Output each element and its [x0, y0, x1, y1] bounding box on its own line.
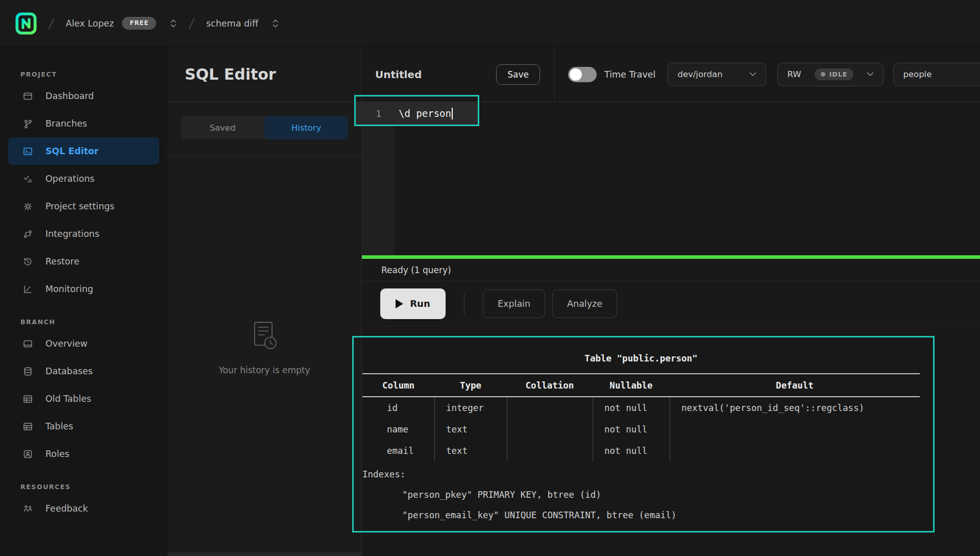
sidebar-item-sql-editor[interactable]: SQL Editor — [8, 137, 159, 165]
tutorial-highlight-code: 1 \d person — [354, 95, 479, 126]
actions-bar: Run Explain Analyze — [362, 281, 980, 326]
project-name[interactable]: schema diff — [206, 18, 258, 29]
explain-button[interactable]: Explain — [483, 289, 545, 318]
query-progress-bar — [362, 255, 980, 259]
result-table-body: id integer not null nextval('person_id_s… — [362, 397, 920, 462]
sidebar-item-label: SQL Editor — [45, 146, 99, 156]
result-table-title: Table "public.person" — [362, 346, 920, 374]
sidebar-item-label: Restore — [45, 256, 79, 267]
editor-header: Untitled Save Time Travel dev/jordan RW … — [362, 47, 980, 102]
sidebar-item-integrations[interactable]: Integrations — [0, 220, 167, 248]
code-text: \d person — [399, 108, 451, 119]
sidebar-item-label: Databases — [45, 366, 93, 376]
cell-default — [670, 419, 920, 440]
cell-collation — [507, 440, 593, 462]
branch-select[interactable]: dev/jordan — [668, 63, 766, 86]
cell-default: nextval('person_id_seq'::regclass) — [670, 397, 920, 419]
chevron-down-icon — [867, 72, 874, 77]
sidebar-item-restore[interactable]: Restore — [0, 248, 167, 275]
table-icon — [22, 394, 33, 404]
branch-select-value: dev/jordan — [677, 69, 722, 79]
result-table-header: Column Type Collation Nullable Default — [362, 374, 920, 397]
query-title-bar: Untitled Save — [362, 47, 555, 102]
sidebar-item-dashboard[interactable]: Dashboard — [0, 82, 167, 110]
divider — [167, 155, 361, 156]
query-title[interactable]: Untitled — [375, 68, 422, 81]
tutorial-highlight-results: Table "public.person" Column Type Collat… — [352, 336, 935, 533]
user-name[interactable]: Alex Lopez — [66, 18, 114, 29]
panel-footer-strip — [167, 552, 361, 556]
sidebar-item-roles[interactable]: Roles — [0, 440, 167, 468]
compute-select-value: RW — [787, 69, 801, 79]
sidebar-item-label: Roles — [45, 449, 69, 459]
sidebar-item-overview[interactable]: Overview — [0, 330, 167, 357]
history-empty-state: Your history is empty — [167, 320, 361, 375]
save-button[interactable]: Save — [496, 64, 540, 85]
compute-status-badge: IDLE — [815, 68, 854, 80]
cell-collation — [507, 397, 593, 419]
table-row: name text not null — [362, 419, 920, 440]
sidebar-item-old-tables[interactable]: Old Tables — [0, 385, 167, 413]
query-result-output: Table "public.person" Column Type Collat… — [354, 337, 933, 531]
project-switcher-chevron-icon[interactable] — [272, 18, 279, 29]
topbar: / Alex Lopez FREE / schema diff — [0, 0, 980, 47]
neon-logo-icon[interactable] — [15, 12, 37, 35]
database-select[interactable]: people — [893, 63, 980, 86]
psql-table: Table "public.person" Column Type Collat… — [362, 346, 920, 521]
sidebar-item-branches[interactable]: Branches — [0, 110, 167, 137]
page-title: SQL Editor — [167, 47, 361, 102]
user-switcher-chevron-icon[interactable] — [169, 18, 177, 29]
table-icon — [22, 421, 33, 432]
compute-select[interactable]: RW IDLE — [777, 63, 884, 86]
line-chart-icon — [22, 284, 33, 295]
sidebar-item-monitoring[interactable]: Monitoring — [0, 275, 167, 303]
sidebar-item-databases[interactable]: Databases — [0, 357, 167, 385]
saved-history-tabs: Saved History — [181, 116, 348, 139]
breadcrumb-separator: / — [188, 16, 195, 31]
run-button-label: Run — [410, 298, 430, 309]
cell-collation — [507, 419, 593, 440]
cell-column: email — [362, 440, 434, 462]
sidebar-item-tables[interactable]: Tables — [0, 413, 167, 440]
sidebar-item-label: Old Tables — [45, 394, 91, 404]
line-number: 1 — [356, 108, 381, 119]
user-badge-icon — [22, 449, 33, 460]
empty-history-icon — [248, 320, 281, 353]
index-entry: "person_email_key" UNIQUE CONSTRAINT, bt… — [362, 510, 920, 521]
table-row: id integer not null nextval('person_id_s… — [362, 397, 920, 419]
status-bar: Ready (1 query) — [362, 259, 980, 281]
column-header: Nullable — [593, 374, 670, 396]
run-button[interactable]: Run — [380, 288, 446, 319]
breadcrumb-separator: / — [47, 16, 55, 31]
sidebar-item-project-settings[interactable]: Project settings — [0, 192, 167, 220]
sidebar-item-label: Dashboard — [45, 91, 94, 101]
connection-bar: Time Travel dev/jordan RW IDLE people — [555, 47, 980, 102]
sidebar-item-operations[interactable]: Operations — [0, 165, 167, 192]
code-line[interactable]: 1 \d person — [356, 102, 478, 125]
analyze-button[interactable]: Analyze — [552, 289, 617, 318]
neon-console: { "topbar": { "user_name": "Alex Lopez",… — [0, 0, 980, 556]
column-header: Type — [434, 374, 507, 396]
column-header: Default — [670, 374, 920, 396]
window-icon — [22, 339, 33, 349]
time-travel-toggle[interactable] — [568, 67, 597, 82]
sidebar: PROJECT Dashboard Branches SQL Editor Op… — [0, 47, 167, 556]
tab-history[interactable]: History — [264, 116, 348, 139]
sidebar-item-label: Project settings — [45, 201, 114, 211]
column-header: Collation — [507, 374, 593, 396]
sql-editor-panel: SQL Editor Saved History Your history is… — [167, 47, 362, 556]
sidebar-item-label: Tables — [45, 421, 73, 431]
history-clock-icon — [22, 256, 33, 267]
sidebar-item-label: Integrations — [45, 229, 100, 239]
git-branch-icon — [22, 118, 33, 129]
gear-icon — [22, 201, 33, 212]
chevron-down-icon — [749, 72, 756, 77]
database-icon — [22, 366, 33, 377]
toggle-knob — [570, 68, 582, 81]
plan-badge: FREE — [122, 17, 156, 30]
tab-saved[interactable]: Saved — [181, 116, 264, 139]
sidebar-item-feedback[interactable]: Feedback — [0, 495, 167, 522]
play-icon — [396, 299, 403, 308]
cell-nullable: not null — [593, 419, 670, 440]
terminal-icon — [22, 146, 33, 157]
